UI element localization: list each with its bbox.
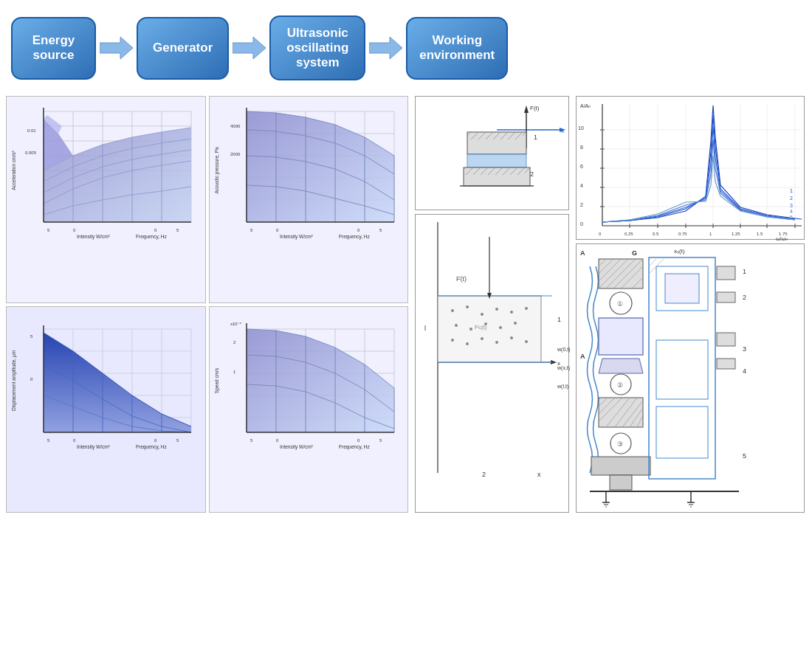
svg-text:0: 0 [73,438,76,443]
svg-text:G: G [632,249,637,257]
svg-text:2: 2 [580,202,583,207]
svg-text:0.005: 0.005 [25,151,37,155]
svg-point-162 [499,326,502,329]
svg-text:Speed cm/s: Speed cm/s [214,367,220,393]
svg-text:0.01: 0.01 [27,128,36,133]
svg-point-155 [481,313,484,316]
svg-text:5: 5 [47,228,50,232]
svg-rect-260 [591,457,650,475]
svg-text:0: 0 [599,232,602,236]
svg-text:2: 2 [530,170,534,178]
svg-text:③: ③ [617,440,623,448]
svg-text:A: A [580,249,585,257]
svg-text:5: 5 [790,215,793,220]
svg-text:0: 0 [154,228,157,232]
svg-text:Intensity W/cm²: Intensity W/cm² [77,444,111,450]
svg-text:w(l,t): w(l,t) [557,384,568,390]
svg-text:Displacement amplitude, μm: Displacement amplitude, μm [11,350,17,410]
svg-point-166 [481,337,484,340]
svg-point-157 [510,311,513,314]
svg-rect-269 [656,340,708,399]
svg-text:10: 10 [578,125,584,131]
svg-point-159 [455,324,458,327]
svg-text:5: 5 [176,228,179,232]
svg-text:0.25: 0.25 [625,232,633,236]
svg-text:F(t): F(t) [456,275,467,283]
svg-text:Fc(t): Fc(t) [475,324,487,331]
svg-marker-2 [369,37,402,59]
svg-text:x₀(t): x₀(t) [674,248,685,255]
svg-point-160 [469,328,472,331]
svg-text:6: 6 [580,164,583,169]
svg-text:w(x,t): w(x,t) [557,365,570,371]
svg-text:l: l [424,325,426,332]
svg-text:2: 2 [743,294,746,301]
svg-point-167 [495,341,498,344]
svg-text:1: 1 [534,134,537,141]
svg-text:0: 0 [580,221,583,226]
main-content: Acceleration cm/s² 0.01 0.005 Intensity … [0,96,812,513]
svg-text:x10⁻³: x10⁻³ [230,322,241,326]
svg-point-158 [525,307,528,310]
working-env-box: Working environment [406,17,508,80]
svg-point-168 [510,336,513,339]
svg-text:w(0,t): w(0,t) [557,347,571,353]
svg-text:Acoustic pressure, Pa: Acoustic pressure, Pa [214,147,220,194]
svg-rect-122 [467,132,526,154]
resonance-chart: 0 2 4 6 8 10 A/A₀ 0 0.25 0.5 0.75 [576,96,805,240]
svg-text:Intensity W/cm²: Intensity W/cm² [280,444,314,450]
svg-text:5: 5 [250,228,253,232]
svg-text:x: x [537,471,541,478]
arrow-1 [96,35,137,61]
svg-rect-261 [610,475,632,490]
svg-text:5: 5 [379,228,382,232]
plot-displacement: Displacement amplitude, μm 5 0 Intensity… [6,306,206,513]
svg-line-272 [649,259,656,266]
svg-text:1: 1 [790,188,793,193]
svg-text:1.5: 1.5 [757,232,763,236]
svg-text:5: 5 [379,438,382,443]
svg-text:4: 4 [580,183,583,188]
svg-text:x: x [561,127,565,134]
svg-text:3: 3 [790,203,793,208]
svg-marker-120 [524,106,529,113]
svg-rect-133 [464,167,530,186]
svg-text:0.5: 0.5 [653,232,659,236]
svg-text:5: 5 [47,438,50,443]
right-panel: 0 2 4 6 8 10 A/A₀ 0 0.25 0.5 0.75 [576,96,805,513]
svg-text:0: 0 [30,377,33,381]
svg-text:Intensity W/cm²: Intensity W/cm² [77,234,111,240]
svg-rect-248 [599,398,643,427]
svg-text:2: 2 [233,340,236,345]
svg-text:4000: 4000 [230,124,241,128]
svg-text:1: 1 [233,370,236,374]
arrow-2 [229,35,269,61]
svg-text:1: 1 [557,316,561,323]
svg-text:4: 4 [743,367,746,375]
svg-text:Frequency, Hz: Frequency, Hz [339,234,371,240]
flow-section: Energy source Generator Ultrasonic oscil… [0,0,627,96]
svg-point-164 [451,339,454,342]
svg-text:Intensity W/cm²: Intensity W/cm² [280,234,314,240]
svg-marker-1 [233,37,266,59]
svg-point-154 [466,305,469,308]
energy-source-box: Energy source [11,17,96,80]
svg-text:5: 5 [176,438,179,443]
svg-text:0: 0 [357,228,360,232]
svg-rect-132 [467,154,526,167]
svg-text:0: 0 [73,228,76,232]
svg-point-165 [466,342,469,345]
plot-acoustic-pressure: Acoustic pressure, Pa 4000 2000 Intensit… [209,96,409,303]
svg-text:5: 5 [743,452,746,460]
svg-text:0.75: 0.75 [678,232,687,236]
svg-text:Frequency, Hz: Frequency, Hz [339,444,371,450]
svg-text:4: 4 [790,209,793,214]
svg-text:0: 0 [276,228,279,232]
ultrasonic-box: Ultrasonic oscillating system [269,15,365,80]
arrow-3 [365,35,406,61]
svg-rect-268 [717,359,735,369]
svg-text:5: 5 [250,438,253,443]
svg-text:1: 1 [709,232,712,236]
svg-text:Acceleration cm/s²: Acceleration cm/s² [11,150,16,190]
svg-point-163 [514,322,517,325]
